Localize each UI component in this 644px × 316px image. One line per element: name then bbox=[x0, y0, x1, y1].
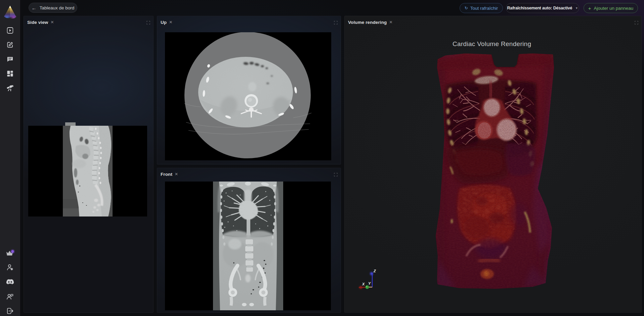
svg-text:Y: Y bbox=[368, 281, 371, 285]
svg-text:X: X bbox=[362, 282, 365, 286]
svg-text:Z: Z bbox=[373, 269, 376, 273]
